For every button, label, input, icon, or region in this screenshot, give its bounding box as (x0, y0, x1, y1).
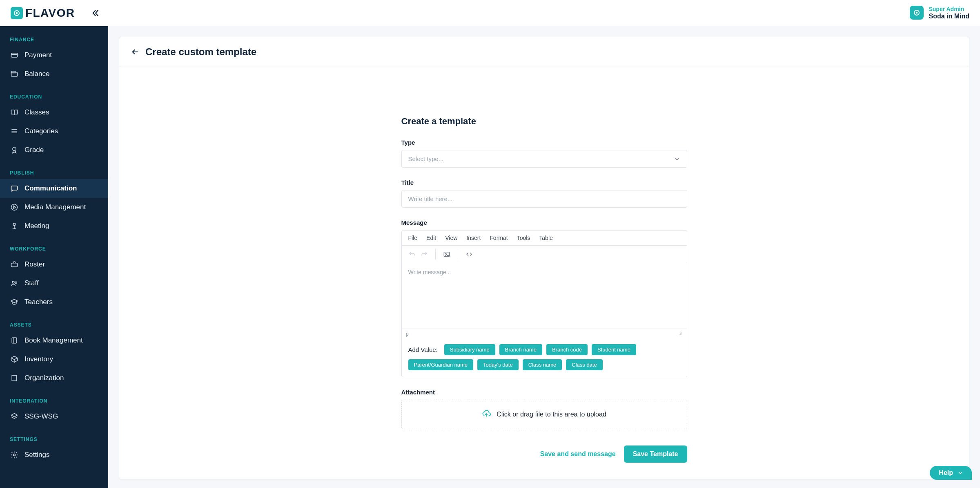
type-label: Type (401, 139, 687, 146)
sidebar-item-meeting[interactable]: Meeting (0, 217, 108, 235)
chip-class-name[interactable]: Class name (523, 359, 562, 370)
nav-section-settings: SETTINGS (0, 426, 108, 445)
box-icon (10, 355, 19, 364)
user-name: Soda in Mind (929, 12, 969, 20)
svg-rect-12 (11, 186, 18, 190)
svg-point-3 (916, 12, 918, 14)
credit-card-icon (10, 51, 19, 60)
sidebar-item-media-management[interactable]: Media Management (0, 198, 108, 217)
help-button[interactable]: Help (930, 466, 972, 480)
save-template-button[interactable]: Save Template (624, 445, 687, 463)
type-placeholder: Select type... (408, 155, 444, 162)
svg-point-30 (445, 253, 446, 254)
toolbar-separator (458, 249, 458, 260)
help-label: Help (939, 469, 953, 477)
graduation-icon (10, 298, 19, 307)
chip-branch-code[interactable]: Branch code (546, 344, 588, 355)
user-menu[interactable]: Super Admin Soda in Mind (910, 6, 969, 20)
sidebar-item-balance[interactable]: Balance (0, 65, 108, 83)
sidebar-item-teachers[interactable]: Teachers (0, 293, 108, 311)
editor-menu-tools[interactable]: Tools (517, 235, 530, 241)
editor-statusbar: p (402, 329, 687, 338)
sidebar-item-settings[interactable]: Settings (0, 445, 108, 464)
resize-handle-icon[interactable] (678, 331, 683, 337)
chip-todays-date[interactable]: Today's date (477, 359, 519, 370)
svg-point-1 (16, 12, 18, 14)
template-form: Create a template Type Select type... Ti… (401, 116, 687, 463)
sidebar-item-inventory[interactable]: Inventory (0, 350, 108, 369)
source-code-button[interactable] (463, 248, 475, 260)
sidebar-item-categories[interactable]: Categories (0, 122, 108, 141)
sidebar-collapse-button[interactable] (90, 8, 100, 18)
editor-menu-view[interactable]: View (445, 235, 457, 241)
editor-toolbar (402, 246, 687, 263)
back-button[interactable] (131, 47, 140, 56)
editor-menu-file[interactable]: File (408, 235, 418, 241)
save-and-send-button[interactable]: Save and send message (540, 450, 616, 458)
cloud-upload-icon (482, 409, 491, 420)
award-icon (10, 146, 19, 154)
sidebar-item-staff[interactable]: Staff (0, 274, 108, 293)
title-input[interactable] (401, 190, 687, 208)
form-heading: Create a template (401, 116, 687, 127)
brand-mark-icon (11, 7, 23, 19)
sidebar-item-label: Teachers (24, 298, 53, 306)
redo-button[interactable] (418, 248, 430, 260)
sidebar-item-label: Grade (24, 146, 44, 154)
nav-section-assets: ASSETS (0, 311, 108, 331)
chip-parent-guardian-name[interactable]: Parent/Guardian name (408, 359, 474, 370)
upload-dropzone[interactable]: Click or drag file to this area to uploa… (401, 400, 687, 429)
svg-rect-21 (12, 375, 17, 381)
field-message: Message File Edit View Insert Format Too… (401, 219, 687, 377)
chip-branch-name[interactable]: Branch name (499, 344, 542, 355)
sidebar-item-organization[interactable]: Organization (0, 369, 108, 387)
sidebar-item-communication[interactable]: Communication (0, 179, 108, 198)
sidebar-item-classes[interactable]: Classes (0, 103, 108, 122)
field-title: Title (401, 179, 687, 208)
editor-menu-edit[interactable]: Edit (426, 235, 436, 241)
sidebar-item-label: Categories (24, 127, 58, 135)
toolbar-separator (435, 249, 436, 260)
editor-menubar: File Edit View Insert Format Tools Table (402, 231, 687, 246)
add-value-label: Add Value: (408, 346, 438, 353)
editor-menu-table[interactable]: Table (539, 235, 552, 241)
svg-rect-4 (11, 53, 18, 57)
sidebar: FINANCE Payment Balance EDUCATION Classe… (0, 26, 108, 488)
brand-logo[interactable]: FLAVOR (11, 7, 75, 20)
svg-point-17 (12, 281, 14, 283)
comment-icon (10, 184, 19, 193)
podium-icon (10, 222, 19, 231)
editor-menu-format[interactable]: Format (490, 235, 508, 241)
sidebar-item-payment[interactable]: Payment (0, 46, 108, 65)
rich-text-editor: File Edit View Insert Format Tools Table (401, 230, 687, 377)
page-title: Create custom template (145, 46, 256, 58)
content-card: Create custom template Create a template… (119, 37, 969, 479)
sidebar-item-grade[interactable]: Grade (0, 141, 108, 159)
svg-marker-26 (11, 414, 18, 417)
sidebar-item-ssg-wsg[interactable]: SSG-WSG (0, 407, 108, 426)
undo-button[interactable] (406, 248, 418, 260)
chip-subsidiary-name[interactable]: Subsidiary name (444, 344, 495, 355)
upload-hint: Click or drag file to this area to uploa… (497, 411, 606, 418)
svg-rect-19 (12, 338, 17, 343)
main-content: Create custom template Create a template… (108, 26, 980, 488)
sidebar-item-label: Meeting (24, 222, 49, 230)
svg-rect-15 (13, 223, 16, 225)
user-role: Super Admin (929, 6, 969, 13)
title-label: Title (401, 179, 687, 186)
sidebar-item-book-management[interactable]: Book Management (0, 331, 108, 350)
chip-class-date[interactable]: Class date (566, 359, 602, 370)
chip-student-name[interactable]: Student name (592, 344, 636, 355)
sidebar-item-label: Payment (24, 51, 52, 59)
brand-name: FLAVOR (25, 7, 75, 20)
book-open-icon (10, 108, 19, 117)
field-type: Type Select type... (401, 139, 687, 168)
message-textarea[interactable]: Write message... (402, 263, 687, 329)
type-select[interactable]: Select type... (401, 150, 687, 168)
sidebar-item-label: SSG-WSG (24, 412, 58, 421)
nav-section-integration: INTEGRATION (0, 387, 108, 407)
insert-image-button[interactable] (441, 248, 453, 260)
sidebar-item-roster[interactable]: Roster (0, 255, 108, 274)
editor-menu-insert[interactable]: Insert (466, 235, 481, 241)
card-header: Create custom template (119, 37, 969, 67)
